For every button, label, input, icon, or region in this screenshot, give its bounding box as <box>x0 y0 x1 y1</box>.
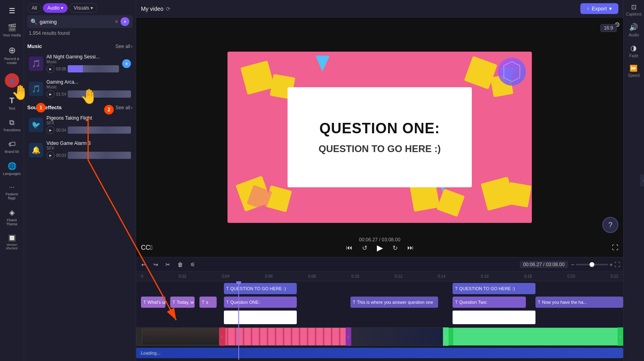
see-all-music[interactable]: See all › <box>115 44 133 49</box>
text-clip-icon: T <box>173 300 175 305</box>
captions-panel[interactable]: ⊡ Captions <box>626 3 642 16</box>
sidebar-item-menu[interactable]: ☰ <box>1 3 23 18</box>
add-music-1-button[interactable]: + <box>122 59 131 68</box>
audio-waveform[interactable] <box>136 348 623 358</box>
play-music-1-button[interactable]: ▶ <box>46 65 54 73</box>
clip-question-to-go-2[interactable]: T QUESTION TO GO HERE :) <box>453 283 535 294</box>
top-bar: My video ⟳ ↑ Export ▾ <box>136 0 623 18</box>
video-area: ⚙ 16:9 <box>136 18 623 257</box>
clip-separator-end: ⋮ <box>618 327 623 346</box>
music-item[interactable]: 🎵 Gaming Arca... Music ▶ 01:54 <box>27 77 133 100</box>
sidebar-item-record-create[interactable]: ⊕ Record & create <box>1 42 23 68</box>
sidebar-item-your-media[interactable]: 🎬 Your media <box>1 20 23 40</box>
waveform-1 <box>68 65 119 72</box>
export-button[interactable]: ↑ Export ▾ <box>580 3 618 14</box>
question-subtitle: QUESTION TO GO HERE :) <box>319 143 441 154</box>
feature-flags-icon: ··· <box>9 184 14 191</box>
collapse-panel-button[interactable]: ‹ <box>640 174 644 187</box>
music-item-2-name: Gaming Arca... <box>46 79 131 85</box>
record-create-icon: ⊕ <box>8 45 16 56</box>
search-bar: 🔍 × ♦ <box>27 15 133 28</box>
fit-button[interactable]: ⛶ <box>614 261 620 268</box>
video-clip-2[interactable] <box>348 327 445 346</box>
clear-search-icon[interactable]: × <box>115 18 118 25</box>
split-button[interactable]: ⚟ <box>188 260 197 269</box>
results-count: 1,954 results found <box>27 30 133 36</box>
clip-separator: ⋮ <box>219 327 225 346</box>
play-sfx-1-button[interactable]: ▶ <box>46 126 54 134</box>
sfx-item[interactable]: 🐦 Pigeons Taking Flight SFX ▶ 00:04 <box>27 113 133 136</box>
filter-visuals-button[interactable]: Visuals ▾ <box>69 3 97 13</box>
video-clip-green[interactable] <box>448 327 623 346</box>
speed-panel[interactable]: ⏩ Speed <box>628 64 640 78</box>
ruler-mark: 0 <box>141 274 143 279</box>
zoom-in-button[interactable]: + <box>610 261 613 268</box>
play-sfx-2-button[interactable]: ▶ <box>46 151 54 159</box>
sfx-item-2[interactable]: 🔔 Video Game Alarm 3 SFX ▶ 00:03 <box>27 138 133 162</box>
delete-button[interactable]: 🗑 <box>175 260 185 269</box>
music-1-duration: 03:08 <box>56 67 66 71</box>
export-icon: ↑ <box>587 6 590 12</box>
forward-button[interactable]: ↻ <box>391 243 399 253</box>
clip-separator: ⋮ <box>443 327 449 346</box>
sidebar-item-feature-flags[interactable]: ··· Feature flags <box>1 180 23 203</box>
play-music-2-button[interactable]: ▶ <box>46 90 54 98</box>
music-item[interactable]: 🎵 All Night Gaming Sessi... Music ▶ 03:0… <box>27 52 133 75</box>
sidebar-item-fluent-theme[interactable]: ◈ Fluent Theme <box>1 205 23 229</box>
white-clip-2[interactable] <box>453 311 535 324</box>
clip-whats-up[interactable]: T What's up <box>141 297 165 308</box>
music-section-header: Music See all › <box>27 43 133 49</box>
sidebar-item-label: Brand kit <box>5 150 19 154</box>
audio-panel[interactable]: 🔊 Audio <box>629 23 639 37</box>
filter-audio-button[interactable]: Audio ▾ <box>43 3 68 13</box>
fade-panel[interactable]: ◑ Fade <box>629 44 638 58</box>
sidebar-item-transitions[interactable]: ⧉ Transitions <box>1 115 23 135</box>
left-sidebar: ☰ 🎬 Your media ⊕ Record & create 👤 T Tex… <box>0 0 24 361</box>
sidebar-item-brand-kit[interactable]: 🏷 Brand kit <box>1 137 23 157</box>
white-clip-1[interactable] <box>224 311 297 324</box>
zoom-out-button[interactable]: − <box>571 261 574 268</box>
sidebar-item-text[interactable]: T Text <box>1 93 23 114</box>
clip-now-you-have[interactable]: T Now you have the ha... <box>535 297 623 308</box>
rewind-button[interactable]: ↺ <box>360 243 369 253</box>
cc-button[interactable]: CC⃝ <box>141 244 153 251</box>
waveform-sfx-1 <box>68 126 131 134</box>
fluent-theme-icon: ◈ <box>9 208 15 217</box>
media-panel: All Audio ▾ Visuals ▾ 🔍 × ♦ 1,954 result… <box>24 0 136 361</box>
filter-all-button[interactable]: All <box>27 3 41 13</box>
undo-button[interactable]: ↩ <box>139 260 148 269</box>
zoom-slider[interactable] <box>576 264 608 265</box>
fullscreen-button[interactable]: ⛶ <box>612 244 618 251</box>
zoom-knob <box>590 262 594 267</box>
see-all-sfx[interactable]: See all › <box>115 105 133 110</box>
skip-start-button[interactable]: ⏮ <box>344 243 354 253</box>
sfx-thumb-1: 🐦 <box>29 118 43 132</box>
graphic-top-right <box>496 56 528 88</box>
sidebar-item-label: Your media <box>3 33 21 37</box>
redo-button[interactable]: ↪ <box>151 260 160 269</box>
search-input[interactable] <box>40 19 113 25</box>
clip-question-one[interactable]: T Question ONE: <box>224 297 297 308</box>
ruler-mark: 0:20 <box>568 274 575 279</box>
transitions-icon: ⧉ <box>9 118 14 127</box>
languages-icon: 🌐 <box>8 162 16 170</box>
clip-question-to-go-1[interactable]: T QUESTION TO GO HERE :) <box>224 283 297 294</box>
question-card: QUESTION ONE: QUESTION TO GO HERE :) <box>288 87 472 187</box>
sidebar-item-label: Feature flags <box>3 192 21 200</box>
svg-rect-12 <box>506 182 532 208</box>
playhead[interactable] <box>238 281 239 360</box>
play-pause-button[interactable]: ▶ <box>375 241 384 254</box>
clip-t-s[interactable]: T s <box>199 297 217 308</box>
aspect-ratio-badge[interactable]: 16:9 <box>600 24 617 32</box>
skip-end-button[interactable]: ⏭ <box>406 243 415 253</box>
sidebar-item-version[interactable]: 🔲 Version85e2b0f <box>1 231 23 253</box>
video-background: QUESTION ONE: QUESTION TO GO HERE :) <box>227 52 532 223</box>
svg-rect-9 <box>437 189 465 217</box>
clip-question-two[interactable]: T Question Two: <box>453 297 525 308</box>
music-thumb: 🎵 <box>29 56 43 71</box>
cut-button[interactable]: ✂ <box>163 260 172 269</box>
clip-today[interactable]: T Today, w <box>170 297 195 308</box>
video-clip-1[interactable] <box>136 327 219 346</box>
sidebar-item-languages[interactable]: 🌐 Languages <box>1 158 23 179</box>
clip-answer-one[interactable]: T This is where you answer question one <box>350 297 438 308</box>
